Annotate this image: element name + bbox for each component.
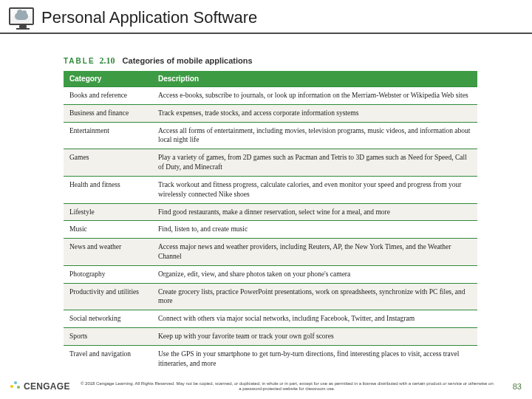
brand-dots-icon xyxy=(10,381,21,392)
table-row: EntertainmentAccess all forms of enterta… xyxy=(64,122,477,149)
table-number: 2.10 xyxy=(100,55,115,66)
computer-cloud-icon xyxy=(9,7,34,28)
table-label: TABLE xyxy=(64,57,95,65)
table-row: Social networkingConnect with others via… xyxy=(64,310,477,328)
table-title: Categories of mobile applications xyxy=(123,56,253,65)
table-row: Business and financeTrack expenses, trad… xyxy=(64,104,477,122)
table-row: PhotographyOrganize, edit, view, and sha… xyxy=(64,265,477,283)
table-row: MusicFind, listen to, and create music xyxy=(64,221,477,239)
col-description: Description xyxy=(152,71,477,87)
table-row: Travel and navigationUse the GPS in your… xyxy=(64,345,477,372)
table-row: Books and referenceAccess e-books, subsc… xyxy=(64,87,477,105)
copyright-text: © 2018 Cengage Learning. All Rights Rese… xyxy=(70,381,504,392)
table-row: Health and fitnessTrack workout and fitn… xyxy=(64,176,477,203)
col-category: Category xyxy=(64,71,152,87)
content-area: TABLE 2.10 Categories of mobile applicat… xyxy=(0,34,532,372)
table-header-row: Category Description xyxy=(64,71,477,87)
page-number: 83 xyxy=(504,382,522,391)
page-title: Personal Application Software xyxy=(41,8,257,27)
table-caption: TABLE 2.10 Categories of mobile applicat… xyxy=(64,53,502,66)
table-row: Productivity and utilitiesCreate grocery… xyxy=(64,283,477,310)
table-row: GamesPlay a variety of games, from 2D ga… xyxy=(64,149,477,177)
table-row: LifestyleFind good restaurants, make a d… xyxy=(64,203,477,221)
brand-name: CENGAGE xyxy=(24,381,70,392)
title-bar: Personal Application Software xyxy=(0,0,532,34)
slide: Personal Application Software TABLE 2.10… xyxy=(0,0,532,399)
table-row: SportsKeep up with your favorite team or… xyxy=(64,328,477,346)
table-row: News and weatherAccess major news and we… xyxy=(64,239,477,266)
categories-table: Category Description Books and reference… xyxy=(64,71,477,372)
brand-logo: CENGAGE xyxy=(10,381,70,392)
footer: CENGAGE © 2018 Cengage Learning. All Rig… xyxy=(0,381,532,392)
